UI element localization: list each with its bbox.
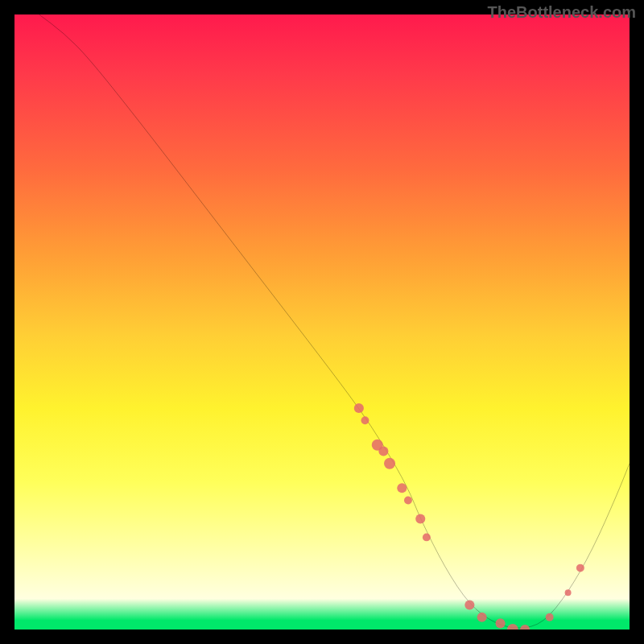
watermark-text: TheBottleneck.com xyxy=(488,3,636,22)
chart-marker xyxy=(477,613,487,622)
chart-marker xyxy=(415,514,425,523)
chart-curve xyxy=(39,14,630,628)
chart-svg xyxy=(14,14,630,630)
chart-marker xyxy=(507,624,518,630)
chart-marker xyxy=(576,564,584,572)
chart-marker xyxy=(464,600,474,609)
chart-marker xyxy=(565,589,572,596)
chart-marker xyxy=(423,533,431,541)
chart-marker xyxy=(546,613,554,621)
chart-marker xyxy=(496,618,506,628)
chart-marker xyxy=(361,416,369,424)
chart-markers xyxy=(354,403,584,630)
chart-marker xyxy=(397,483,407,493)
chart-marker xyxy=(384,458,395,469)
chart-marker xyxy=(404,497,412,505)
chart-marker xyxy=(520,625,530,630)
chart-plot-area xyxy=(14,14,630,630)
chart-marker xyxy=(378,446,388,456)
chart-marker xyxy=(354,403,364,413)
